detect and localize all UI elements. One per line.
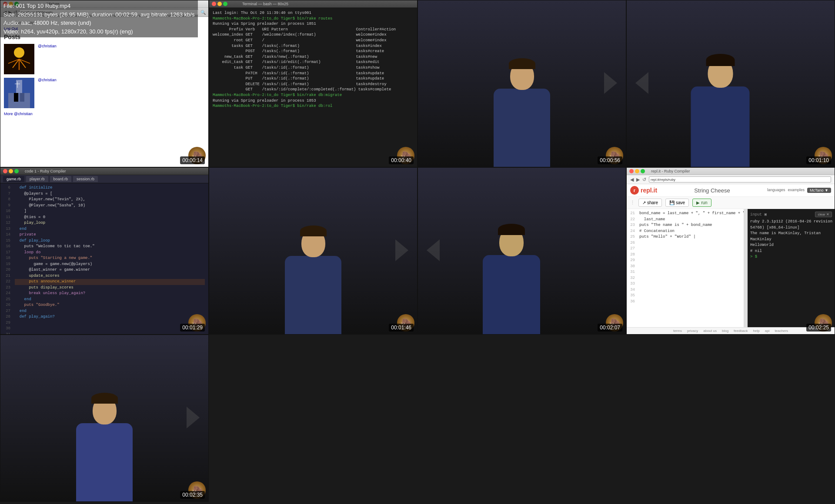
terminal-line: welcome_index GET /welcome/index(:format… — [213, 32, 414, 38]
minimize-button[interactable] — [635, 169, 639, 173]
search-icon[interactable]: 🔍 — [200, 10, 206, 15]
repl-line-number: 27 — [628, 246, 635, 252]
save-button[interactable]: 💾 save — [665, 199, 689, 207]
terminal-line: Running via Spring preloader in process … — [213, 21, 414, 27]
code-line: Player.new("Tevin", 2X), — [15, 197, 205, 203]
forward-icon[interactable]: ▶ — [636, 177, 640, 182]
footer-link[interactable]: terms — [673, 329, 682, 333]
repl-line-number: 33 — [628, 281, 635, 287]
line-number: 19 — [4, 262, 10, 268]
line-number: 31 — [4, 332, 10, 335]
line-number: 27 — [4, 308, 10, 315]
code-tab-3[interactable]: board.rb — [50, 176, 72, 182]
terminal-line: root GET / welcome#index — [213, 38, 414, 43]
clear-button[interactable]: clear ✕ — [815, 212, 832, 217]
repl-window: repl.it - Ruby Compiler ◀ ▶ ↺ repl.it/re… — [627, 168, 835, 334]
arrow-left-2 — [427, 239, 440, 263]
footer-link[interactable]: api — [765, 329, 770, 333]
terminal-line: Last login: Thu Oct 20 11:39:40 on ttys0… — [213, 10, 414, 16]
examples-link[interactable]: examples — [788, 188, 805, 193]
arrow-right-3 — [187, 407, 200, 430]
terminal-line: tasks GET /tasks(.:format) tasks#index — [213, 43, 414, 49]
code-line: @last_winner = game.winner — [15, 267, 205, 273]
maximize-button[interactable] — [223, 2, 227, 6]
minimize-button[interactable] — [217, 2, 222, 6]
code-tab-4[interactable]: session.rb — [73, 176, 98, 182]
repl-logo: r repl.it — [630, 186, 657, 195]
languages-link[interactable]: languages — [767, 188, 785, 193]
video-grid: Mixture ◀ ▶ ↺ localhost:3000/posts 🔍 Log… — [0, 0, 835, 502]
line-number: 25 — [4, 297, 10, 303]
code-window: code 1 - Ruby Compiler game.rb player.rb… — [0, 168, 208, 334]
code-line: def initialize — [15, 185, 205, 191]
footer-link[interactable]: help — [753, 329, 760, 333]
address-bar[interactable]: repl.it/repls/ruby — [649, 176, 831, 182]
svg-rect-13 — [15, 83, 20, 84]
post-link-2[interactable]: @christian — [38, 78, 57, 82]
post-thumbnail-2 — [4, 78, 34, 108]
repl-url: repl.it/repls/ruby — [651, 178, 675, 182]
minimize-button[interactable] — [9, 169, 13, 173]
run-icon: ▶ — [696, 200, 700, 205]
terminal-line: new_task GET /tasks/new(.:format) tasks#… — [213, 54, 414, 60]
close-button[interactable] — [629, 169, 634, 173]
repl-toolbar: ⋮ ↗ share 💾 save ▶ run — [627, 197, 835, 209]
footer-link[interactable]: feedback — [734, 329, 748, 333]
code-line: puts announce_winner — [15, 279, 205, 285]
person-bg-2 — [627, 0, 835, 167]
code-line: @Player.new("Sasha", 10) — [15, 203, 205, 209]
line-number: 12 — [4, 220, 10, 226]
share-button[interactable]: ↗ share — [638, 199, 662, 207]
repl-logo-icon: r — [630, 186, 639, 195]
terminal-line: Mammoths-MacBook-Pro-2:to_do Tiger$ bin/… — [213, 93, 414, 98]
footer-link[interactable]: teachers — [775, 329, 788, 333]
repl-line-number: 22 — [628, 217, 635, 223]
terminal-line: Prefix Verb URI Pattern Controller#Actio… — [213, 27, 414, 33]
footer-link[interactable]: about us — [703, 329, 717, 333]
terminal-window: Terminal — bash — 80x25 Last login: Thu … — [209, 0, 417, 167]
repl-line-number: 36 — [628, 299, 635, 305]
svg-rect-9 — [8, 93, 30, 108]
save-icon: 💾 — [669, 200, 675, 205]
refresh-icon[interactable]: ↺ — [642, 177, 646, 182]
footer-link[interactable]: blog — [722, 329, 728, 333]
post-item-2: @christian — [4, 78, 205, 108]
person-bg-4 — [418, 168, 626, 334]
close-button[interactable] — [3, 169, 7, 173]
cell-terminal: Terminal — bash — 80x25 Last login: Thu … — [209, 0, 418, 167]
menu-icon[interactable]: ⋮ — [630, 200, 635, 206]
repl-line-number: 24 — [628, 229, 635, 235]
post-link-1[interactable]: @christian — [38, 44, 57, 48]
line-number: 8 — [4, 197, 10, 203]
code-tab-2[interactable]: player.rb — [26, 176, 48, 182]
arrow-right-2 — [395, 239, 408, 263]
code-line: @ties = 0 — [15, 215, 205, 221]
terminal-content: Last login: Thu Oct 20 11:39:40 on ttys0… — [209, 8, 417, 167]
code-line: play_loop — [15, 220, 205, 226]
line-number: 14 — [4, 232, 10, 238]
repl-line-number: 31 — [628, 269, 635, 275]
cell-person-4: 00:02:07 🦣 — [418, 167, 626, 335]
window-controls — [212, 2, 227, 6]
maximize-button[interactable] — [14, 169, 19, 173]
user-menu[interactable]: McTano ▼ — [807, 188, 831, 193]
close-button[interactable] — [212, 2, 216, 6]
person-bg-3 — [209, 168, 417, 334]
repl-code-line: puts "Hello" + "World" | — [639, 234, 744, 240]
footer-link[interactable]: privacy — [687, 329, 698, 333]
repl-logo-text: repl.it — [641, 187, 657, 194]
run-button[interactable]: ▶ run — [692, 199, 711, 207]
line-number: 16 — [4, 244, 10, 250]
svg-marker-17 — [427, 239, 440, 261]
code-tab-1[interactable]: game.rb — [3, 176, 24, 182]
line-number: 6 — [4, 185, 10, 191]
resize-handle[interactable] — [744, 209, 748, 327]
svg-rect-12 — [17, 81, 18, 88]
view-more-link[interactable]: More @christian — [4, 112, 205, 116]
code-line: private — [15, 232, 205, 238]
maximize-button[interactable] — [641, 169, 645, 173]
repl-title: String Cheese — [694, 187, 730, 194]
line-number: 28 — [4, 314, 10, 320]
back-icon[interactable]: ◀ — [630, 177, 634, 182]
repl-editor[interactable]: 21222324252627282930313233343536 bond_na… — [627, 209, 744, 327]
